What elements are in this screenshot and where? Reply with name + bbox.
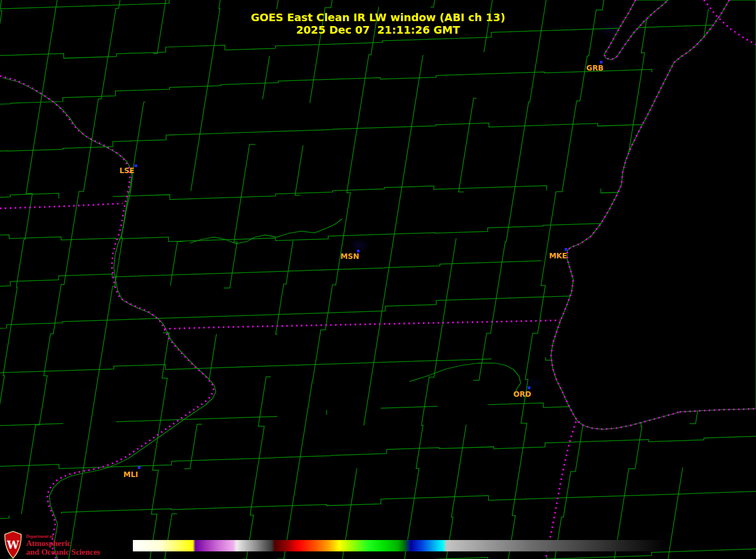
station-label: MLI bbox=[123, 470, 138, 479]
logo-text: Department of Atmospheric and Oceanic Sc… bbox=[26, 531, 100, 556]
station-label: LSE bbox=[119, 166, 134, 175]
logo-dept-line: Department of bbox=[26, 534, 100, 539]
border-mn_ia_border bbox=[0, 204, 123, 208]
station-label: ORD bbox=[513, 390, 531, 398]
border-wi_il_border bbox=[164, 320, 560, 329]
uw-aos-logo: W Department of Atmospheric and Oceanic … bbox=[3, 531, 100, 559]
satellite-map bbox=[0, 0, 756, 559]
logo-name-line-1: Atmospheric bbox=[26, 539, 100, 548]
logo-name-line-2: and Oceanic Sciences bbox=[26, 548, 100, 556]
station-dot bbox=[528, 386, 530, 389]
goes-ir-map-screen: { "header": { "line1": "GOES East Clean … bbox=[0, 0, 756, 559]
image-title: GOES East Clean IR LW window (ABI ch 13)… bbox=[0, 11, 756, 36]
title-line-2: 2025 Dec 07 21:11:26 GMT bbox=[0, 24, 756, 36]
title-line-1: GOES East Clean IR LW window (ABI ch 13) bbox=[0, 11, 756, 24]
water-bodies bbox=[551, 0, 756, 429]
station-label: MKE bbox=[549, 251, 567, 260]
ir-temperature-colorbar bbox=[133, 540, 668, 551]
station-dot bbox=[134, 164, 137, 167]
station-dot bbox=[565, 248, 567, 251]
station-dot bbox=[138, 466, 140, 469]
station-label: GRB bbox=[586, 63, 604, 72]
river-boundaries bbox=[2, 78, 521, 559]
station-label: MSN bbox=[341, 252, 359, 261]
uw-crest-icon: W bbox=[3, 531, 23, 559]
uw-monogram: W bbox=[7, 538, 20, 551]
